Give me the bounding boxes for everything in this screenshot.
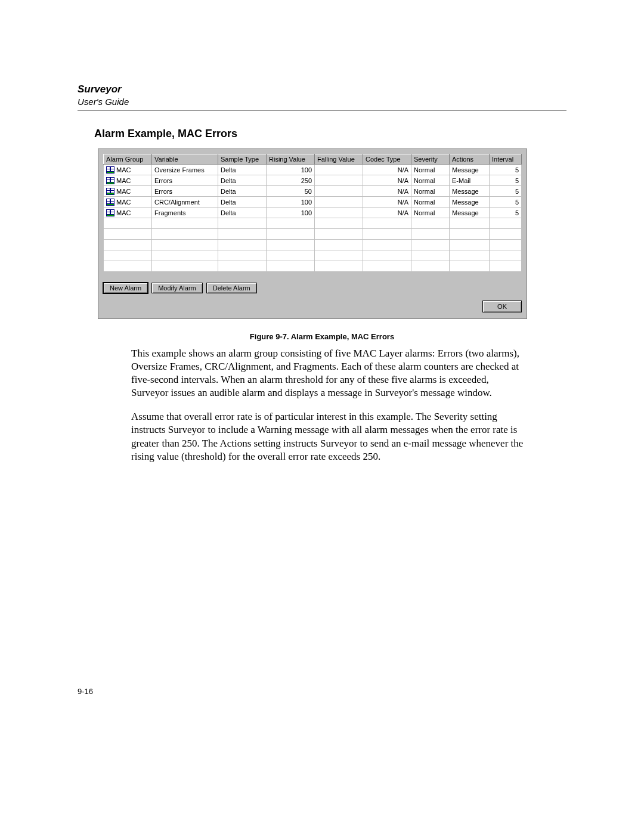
modify-alarm-button[interactable]: Modify Alarm	[151, 283, 203, 293]
table-cell: N/A	[363, 186, 411, 197]
section-heading: Alarm Example, MAC Errors	[94, 128, 566, 140]
mac-icon	[106, 177, 114, 184]
cell-group: MAC	[116, 209, 131, 216]
svg-rect-8	[111, 178, 114, 179]
table-row[interactable]: MACOversize FramesDelta100N/ANormalMessa…	[104, 165, 522, 175]
column-header[interactable]: Sample Type	[218, 154, 267, 165]
table-row[interactable]: MACErrorsDelta250N/ANormalE-Mail5	[104, 175, 522, 186]
svg-rect-25	[107, 210, 110, 212]
table-cell: N/A	[363, 197, 411, 208]
table-cell: Normal	[411, 197, 450, 208]
table-cell: 50	[267, 186, 315, 197]
table-cell	[315, 208, 363, 218]
body-paragraph-1: This example shows an alarm group consis…	[131, 347, 525, 400]
page-number: 9-16	[78, 687, 93, 696]
svg-rect-22	[111, 202, 114, 203]
column-header[interactable]: Rising Value	[267, 154, 315, 165]
table-cell: 5	[490, 186, 522, 197]
table-cell	[315, 165, 363, 175]
mac-icon	[106, 199, 114, 206]
table-cell: Oversize Frames	[152, 165, 218, 175]
table-cell: 5	[490, 208, 522, 218]
svg-rect-26	[111, 210, 114, 212]
svg-rect-1	[107, 167, 110, 169]
table-row-empty	[104, 240, 522, 250]
table-cell: 100	[267, 208, 315, 218]
svg-rect-20	[111, 199, 114, 201]
alarm-dialog: Alarm GroupVariableSample TypeRising Val…	[98, 148, 527, 319]
delete-alarm-button[interactable]: Delete Alarm	[206, 283, 257, 293]
table-cell: E-Mail	[450, 175, 490, 186]
table-cell: Errors	[152, 175, 218, 186]
table-cell: N/A	[363, 175, 411, 186]
table-row-empty	[104, 261, 522, 272]
table-cell: N/A	[363, 165, 411, 175]
table-cell: CRC/Alignment	[152, 197, 218, 208]
table-cell: Normal	[411, 186, 450, 197]
svg-rect-2	[111, 167, 114, 169]
table-cell: MAC	[104, 208, 152, 218]
svg-rect-5	[107, 172, 114, 173]
svg-rect-11	[107, 182, 114, 184]
table-cell: MAC	[104, 175, 152, 186]
table-row[interactable]: MACCRC/AlignmentDelta100N/ANormalMessage…	[104, 197, 522, 208]
column-header[interactable]: Severity	[411, 154, 450, 165]
ok-button[interactable]: OK	[482, 301, 522, 312]
svg-rect-29	[107, 215, 114, 216]
svg-rect-21	[107, 202, 110, 203]
table-cell: Normal	[411, 165, 450, 175]
svg-rect-13	[107, 188, 110, 190]
column-header[interactable]: Variable	[152, 154, 218, 165]
table-cell: Message	[450, 208, 490, 218]
table-cell: Delta	[218, 208, 267, 218]
column-header[interactable]: Codec Type	[363, 154, 411, 165]
table-cell: 5	[490, 165, 522, 175]
svg-rect-9	[107, 180, 110, 182]
table-cell: Errors	[152, 186, 218, 197]
svg-rect-7	[107, 178, 110, 179]
svg-rect-15	[107, 191, 110, 193]
table-cell: Delta	[218, 186, 267, 197]
table-cell: 100	[267, 197, 315, 208]
svg-rect-27	[107, 212, 110, 214]
svg-rect-19	[107, 199, 110, 201]
mac-icon	[106, 209, 114, 216]
column-header[interactable]: Falling Value	[315, 154, 363, 165]
svg-rect-28	[111, 212, 114, 214]
svg-rect-23	[107, 204, 114, 205]
svg-rect-14	[111, 188, 114, 190]
table-cell: Message	[450, 186, 490, 197]
figure-caption: Figure 9-7. Alarm Example, MAC Errors	[78, 332, 566, 341]
cell-group: MAC	[116, 188, 131, 195]
table-row-empty	[104, 218, 522, 229]
header-divider	[78, 110, 566, 111]
table-cell: Delta	[218, 197, 267, 208]
table-cell: Normal	[411, 175, 450, 186]
table-row-empty	[104, 229, 522, 240]
table-row[interactable]: MACErrorsDelta50N/ANormalMessage5	[104, 186, 522, 197]
table-row-empty	[104, 250, 522, 261]
svg-rect-10	[111, 180, 114, 182]
table-cell: 250	[267, 175, 315, 186]
table-cell: Fragments	[152, 208, 218, 218]
doc-subtitle: User's Guide	[78, 97, 566, 107]
table-cell: 5	[490, 175, 522, 186]
svg-rect-3	[107, 169, 110, 171]
table-cell	[315, 186, 363, 197]
table-row[interactable]: MACFragmentsDelta100N/ANormalMessage5	[104, 208, 522, 218]
column-header[interactable]: Actions	[450, 154, 490, 165]
table-cell	[315, 175, 363, 186]
table-cell: Normal	[411, 208, 450, 218]
new-alarm-button[interactable]: New Alarm	[103, 283, 148, 293]
table-cell: Delta	[218, 165, 267, 175]
table-cell: Message	[450, 197, 490, 208]
mac-icon	[106, 188, 114, 195]
doc-title: Surveyor	[78, 83, 566, 95]
column-header[interactable]: Interval	[490, 154, 522, 165]
table-cell: 100	[267, 165, 315, 175]
table-cell: Message	[450, 165, 490, 175]
table-cell: Delta	[218, 175, 267, 186]
table-cell: MAC	[104, 186, 152, 197]
table-cell: MAC	[104, 165, 152, 175]
column-header[interactable]: Alarm Group	[104, 154, 152, 165]
